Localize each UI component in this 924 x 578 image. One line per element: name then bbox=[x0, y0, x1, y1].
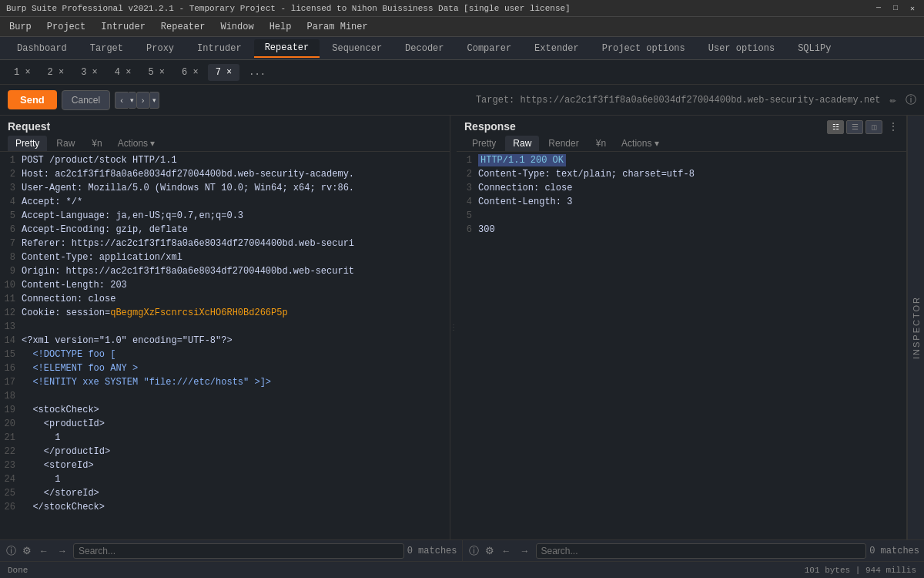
table-row: 12Cookie: session=qBegmgXzFscnrcsiXcHO6R… bbox=[0, 307, 450, 321]
repeater-tab-8[interactable]: ... bbox=[241, 64, 273, 81]
nav-back-button[interactable]: ‹ bbox=[115, 92, 128, 109]
repeater-tab-6[interactable]: 6 × bbox=[174, 64, 206, 81]
repeater-tab-4[interactable]: 4 × bbox=[107, 64, 139, 81]
tab-response-actions[interactable]: Actions ▾ bbox=[615, 136, 665, 151]
response-search-next[interactable]: → bbox=[517, 544, 533, 558]
response-menu-icon[interactable]: ⋮ bbox=[888, 120, 899, 134]
repeater-tab-5[interactable]: 5 × bbox=[140, 64, 172, 81]
table-row: 2Host: ac2c1f3f1f8a0a6e8034df27004400bd.… bbox=[0, 169, 450, 183]
repeater-tab-2[interactable]: 2 × bbox=[40, 64, 72, 81]
table-row: 4Content-Length: 3 bbox=[457, 197, 906, 210]
table-row: 25 </storeId> bbox=[0, 488, 450, 502]
tab-response-raw[interactable]: Raw bbox=[505, 136, 539, 151]
repeater-tab-3[interactable]: 3 × bbox=[73, 64, 105, 81]
nav-forward-dropdown[interactable]: ▾ bbox=[150, 92, 159, 109]
nav-back-dropdown[interactable]: ▾ bbox=[128, 92, 136, 109]
table-row: 19 <stockCheck> bbox=[0, 405, 450, 418]
response-matches: 0 matches bbox=[869, 546, 919, 556]
table-row: 6Accept-Encoding: gzip, deflate bbox=[0, 224, 450, 238]
title-text: Burp Suite Professional v2021.2.1 - Temp… bbox=[6, 4, 571, 13]
response-search-settings-icon[interactable]: ⚙ bbox=[484, 543, 496, 558]
view-grid-icon[interactable]: ☷ bbox=[827, 120, 844, 134]
request-code-area[interactable]: 1POST /product/stock HTTP/1.12Host: ac2c… bbox=[0, 152, 450, 539]
table-row: 4Accept: */* bbox=[0, 197, 450, 210]
request-search-next[interactable]: → bbox=[55, 544, 70, 558]
close-button[interactable]: ✕ bbox=[907, 3, 918, 14]
request-search-settings-icon[interactable]: ⚙ bbox=[21, 543, 33, 558]
table-row: 16 <!ELEMENT foo ANY > bbox=[0, 363, 450, 377]
response-search-prev[interactable]: ← bbox=[499, 544, 514, 558]
response-panel: Response ☷ ☰ ◫ ⋮ Pretty Raw Render ¥n Ac… bbox=[457, 116, 907, 539]
send-button[interactable]: Send bbox=[8, 90, 57, 109]
menu-item-param-miner[interactable]: Param Miner bbox=[300, 20, 373, 34]
main-tab-extender[interactable]: Extender bbox=[524, 40, 590, 57]
tab-response-yn[interactable]: ¥n bbox=[588, 136, 614, 151]
tab-request-yn[interactable]: ¥n bbox=[84, 136, 109, 151]
status-left: Done bbox=[8, 566, 28, 575]
tab-response-render[interactable]: Render bbox=[541, 136, 586, 151]
request-search-help-icon[interactable]: ⓘ bbox=[5, 543, 18, 560]
nav-forward-button[interactable]: › bbox=[136, 92, 150, 109]
view-split-icon[interactable]: ◫ bbox=[865, 120, 882, 134]
repeater-tab-7[interactable]: 7 × bbox=[208, 64, 240, 81]
table-row: 9Origin: https://ac2c1f3f1f8a0a6e8034df2… bbox=[0, 266, 450, 280]
view-icons: ☷ ☰ ◫ ⋮ bbox=[827, 120, 899, 134]
help-icon[interactable]: ⓘ bbox=[906, 93, 916, 107]
menu-item-project[interactable]: Project bbox=[41, 20, 92, 34]
main-tab-repeater[interactable]: Repeater bbox=[254, 39, 320, 58]
main-tab-dashboard[interactable]: Dashboard bbox=[6, 40, 78, 57]
tab-response-pretty[interactable]: Pretty bbox=[464, 136, 504, 151]
edit-icon[interactable]: ✏ bbox=[890, 93, 896, 106]
response-code-area[interactable]: 1HTTP/1.1 200 OK2Content-Type: text/plai… bbox=[457, 152, 906, 539]
table-row: 5Accept-Language: ja,en-US;q=0.7,en;q=0.… bbox=[0, 210, 450, 224]
target-display: Target: https://ac2c1f3f1f8a0a6e8034df27… bbox=[164, 95, 881, 106]
menu-item-burp[interactable]: Burp bbox=[3, 20, 38, 34]
main-tab-bar: DashboardTargetProxyIntruderRepeaterSequ… bbox=[0, 37, 924, 60]
cancel-button[interactable]: Cancel bbox=[62, 90, 110, 110]
tab-request-actions[interactable]: Actions ▾ bbox=[112, 136, 162, 151]
menu-item-intruder[interactable]: Intruder bbox=[95, 20, 152, 34]
main-tab-intruder[interactable]: Intruder bbox=[186, 40, 253, 57]
request-search-input[interactable] bbox=[73, 543, 404, 559]
main-tab-decoder[interactable]: Decoder bbox=[394, 40, 454, 57]
view-list-icon[interactable]: ☰ bbox=[846, 120, 863, 134]
main-tab-sqlipy[interactable]: SQLiPy bbox=[787, 40, 842, 57]
nav-group: ‹ ▾ › ▾ bbox=[115, 92, 159, 109]
main-tab-user-options[interactable]: User options bbox=[698, 40, 785, 57]
main-tab-comparer[interactable]: Comparer bbox=[457, 40, 523, 57]
table-row: 17 <!ENTITY xxe SYSTEM "file:///etc/host… bbox=[0, 377, 450, 391]
table-row: 26 </stockCheck> bbox=[0, 502, 450, 516]
request-panel: Request Pretty Raw ¥n Actions ▾ 1POST /p… bbox=[0, 116, 450, 539]
menu-item-repeater[interactable]: Repeater bbox=[155, 20, 212, 34]
main-tab-target[interactable]: Target bbox=[79, 40, 134, 57]
response-search-input[interactable] bbox=[536, 543, 867, 559]
main-tab-proxy[interactable]: Proxy bbox=[136, 40, 185, 57]
maximize-button[interactable]: □ bbox=[890, 3, 901, 14]
response-search-help-icon[interactable]: ⓘ bbox=[467, 543, 480, 560]
table-row: 18 bbox=[0, 391, 450, 405]
status-right: 101 bytes | 944 millis bbox=[805, 566, 916, 575]
menu-item-window[interactable]: Window bbox=[214, 20, 259, 34]
tab-request-pretty[interactable]: Pretty bbox=[8, 136, 47, 151]
inspector-panel[interactable]: INSPECTOR bbox=[907, 116, 924, 539]
repeater-tabs: 1 ×2 ×3 ×4 ×5 ×6 ×7 ×... bbox=[0, 60, 924, 85]
table-row: 24 1 bbox=[0, 474, 450, 488]
request-panel-header: Request Pretty Raw ¥n Actions ▾ bbox=[0, 116, 450, 152]
table-row: 5 bbox=[457, 210, 906, 224]
inspector-label: INSPECTOR bbox=[912, 296, 921, 359]
bottom-bars: ⓘ ⚙ ← → 0 matches ⓘ ⚙ ← → 0 matches bbox=[0, 539, 924, 561]
main-tab-sequencer[interactable]: Sequencer bbox=[321, 40, 393, 57]
response-title: Response bbox=[464, 120, 516, 133]
minimize-button[interactable]: ─ bbox=[873, 3, 884, 14]
tab-request-raw[interactable]: Raw bbox=[49, 136, 82, 151]
request-tabs: Pretty Raw ¥n Actions ▾ bbox=[8, 136, 442, 151]
main-content: Request Pretty Raw ¥n Actions ▾ 1POST /p… bbox=[0, 116, 924, 539]
response-header-row: Response ☷ ☰ ◫ ⋮ bbox=[464, 120, 899, 136]
main-tab-project-options[interactable]: Project options bbox=[591, 40, 696, 57]
window-controls: ─ □ ✕ bbox=[873, 3, 918, 14]
panel-divider[interactable]: ⋮ bbox=[450, 116, 457, 539]
repeater-tab-1[interactable]: 1 × bbox=[6, 64, 38, 81]
menu-item-help[interactable]: Help bbox=[263, 20, 298, 34]
request-search-prev[interactable]: ← bbox=[36, 544, 52, 558]
response-tabs: Pretty Raw Render ¥n Actions ▾ bbox=[464, 136, 899, 151]
